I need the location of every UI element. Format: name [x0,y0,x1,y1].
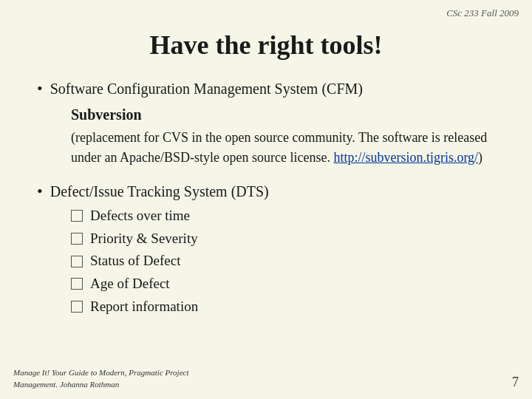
bullet-1-text: Software Configuration Management System… [50,78,363,99]
bullet-dot-1: • [37,78,43,100]
footer-line-1: Manage It! Your Guide to Modern, Pragmat… [13,368,189,377]
bullet-1-main: • Software Configuration Management Syst… [37,78,502,100]
page-number: 7 [512,375,519,390]
list-item: Report information [71,297,502,317]
bullet-section-1: • Software Configuration Management Syst… [37,78,502,168]
footer-line-2: Management. Johanna Rothman [13,380,119,389]
slide: CSc 233 Fall 2009 Have the right tools! … [0,0,532,399]
bullet-dot-2: • [37,181,43,202]
subversion-link[interactable]: http://subversion.tigris.org/ [333,150,478,165]
slide-footer: Manage It! Your Guide to Modern, Pragmat… [13,367,519,390]
list-item: Age of Defect [71,274,502,294]
sub-para-close: ) [478,150,482,165]
checkbox-icon-2 [71,233,83,245]
list-item: Defects over time [71,206,502,226]
subversion-description: (replacement for CVS in the open source … [71,128,502,168]
checkbox-label-3: Status of Defect [90,251,180,271]
bullet-section-2: • Defect/Issue Tracking System (DTS) Def… [37,181,502,317]
bullet-2-text: Defect/Issue Tracking System (DTS) [50,181,269,202]
list-item: Priority & Severity [71,229,502,249]
footer-citation: Manage It! Your Guide to Modern, Pragmat… [13,367,189,390]
checkbox-icon-5 [71,301,83,313]
slide-title: Have the right tools! [30,30,502,61]
checkbox-label-2: Priority & Severity [90,229,198,249]
bullet-1-subcontent: Subversion (replacement for CVS in the o… [37,104,502,168]
slide-content: • Software Configuration Management Syst… [30,78,502,316]
checkbox-list: Defects over time Priority & Severity St… [37,206,502,316]
checkbox-icon-3 [71,256,83,267]
checkbox-label-5: Report information [90,297,198,317]
course-label: CSc 233 Fall 2009 [446,7,519,19]
subversion-label: Subversion [71,104,502,125]
checkbox-label-4: Age of Defect [90,274,170,294]
checkbox-label-1: Defects over time [90,206,190,226]
bullet-2-main: • Defect/Issue Tracking System (DTS) [37,181,502,202]
list-item: Status of Defect [71,251,502,271]
checkbox-icon-4 [71,278,83,290]
checkbox-icon-1 [71,210,83,222]
